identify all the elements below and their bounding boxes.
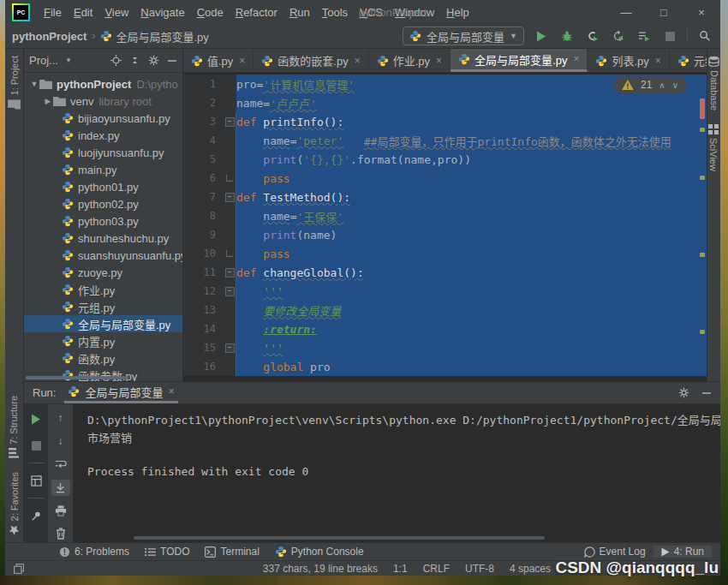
minimize-button[interactable]: — bbox=[607, 6, 645, 19]
close-icon[interactable]: × bbox=[168, 385, 174, 397]
close-icon[interactable]: × bbox=[239, 55, 245, 67]
fold-gutter[interactable] bbox=[223, 319, 236, 338]
fold-gutter[interactable] bbox=[223, 75, 236, 93]
scroll-to-end-button[interactable] bbox=[51, 480, 70, 496]
tool-window-button-database[interactable]: Database bbox=[708, 49, 719, 117]
tree-item[interactable]: ▼pythonProjectD:\pytho bbox=[24, 75, 182, 93]
code-text[interactable]: pass bbox=[236, 169, 707, 188]
code-text[interactable]: pass bbox=[236, 244, 707, 263]
line-number[interactable]: 11 bbox=[183, 263, 223, 282]
fold-gutter[interactable] bbox=[223, 301, 236, 319]
tree-item[interactable]: 全局与局部变量.py bbox=[24, 315, 182, 332]
error-stripe-mark[interactable] bbox=[700, 98, 705, 119]
code-text[interactable]: name='卢卢卢' bbox=[236, 93, 707, 112]
tree-horizontal-scrollbar[interactable] bbox=[26, 376, 128, 379]
fold-gutter[interactable]: − bbox=[223, 338, 236, 357]
next-problem-icon[interactable]: ∨ bbox=[672, 81, 678, 90]
chevron-expanded-icon[interactable]: ▼ bbox=[29, 80, 39, 88]
code-text[interactable]: :return: bbox=[236, 319, 707, 338]
run-tab[interactable]: 全局与局部变量 × bbox=[64, 382, 177, 403]
code-text[interactable]: def changeGlobal(): bbox=[236, 263, 707, 282]
fold-gutter[interactable]: − bbox=[223, 188, 236, 206]
clear-all-button[interactable] bbox=[51, 526, 70, 542]
run-with-coverage-button[interactable] bbox=[584, 27, 601, 45]
tree-item[interactable]: 内置.py bbox=[24, 332, 182, 349]
tree-item[interactable]: zuoye.py bbox=[24, 264, 182, 281]
warning-stripe-mark[interactable] bbox=[700, 330, 705, 334]
fold-collapse-icon[interactable]: − bbox=[225, 343, 235, 353]
line-number[interactable]: 10 bbox=[183, 244, 223, 263]
fold-gutter[interactable] bbox=[223, 93, 236, 112]
tool-window-button-7-structure[interactable]: 7: Structure bbox=[9, 389, 19, 465]
tool-window-button-python-console[interactable]: Python Console bbox=[267, 546, 372, 558]
tree-item[interactable]: bijiaoyunsuanfu.py bbox=[24, 110, 182, 127]
select-opened-file-button[interactable] bbox=[110, 55, 122, 66]
close-icon[interactable]: × bbox=[655, 55, 661, 67]
menu-item-view[interactable]: View bbox=[98, 6, 134, 19]
line-number[interactable]: 13 bbox=[183, 301, 223, 319]
code-text[interactable]: print('{},{}'.format(name,pro)) bbox=[236, 150, 707, 169]
tool-window-button-1-project[interactable]: 1: Project bbox=[8, 49, 21, 116]
status-item[interactable]: 1:1 bbox=[393, 563, 408, 575]
close-button[interactable]: × bbox=[683, 6, 720, 19]
code-text[interactable]: def TestMethod(): bbox=[236, 188, 707, 206]
project-settings-button[interactable] bbox=[148, 55, 159, 66]
profile-button[interactable] bbox=[610, 27, 627, 45]
maximize-button[interactable]: □ bbox=[645, 6, 683, 19]
fold-collapse-icon[interactable]: − bbox=[225, 117, 235, 127]
fold-gutter[interactable]: − bbox=[223, 282, 236, 301]
editor-tab[interactable]: 元组.p× bbox=[670, 49, 707, 72]
fold-gutter[interactable] bbox=[223, 206, 236, 225]
line-number[interactable]: 15 bbox=[183, 338, 223, 357]
warning-stripe-mark[interactable] bbox=[700, 176, 705, 180]
code-text[interactable]: print(name) bbox=[236, 225, 707, 244]
pin-tab-button[interactable] bbox=[27, 506, 45, 525]
menu-item-code[interactable]: Code bbox=[191, 6, 230, 19]
fold-gutter[interactable] bbox=[223, 150, 236, 169]
code-text[interactable]: ''' bbox=[236, 338, 707, 357]
editor-tab[interactable]: 函数的嵌套.py× bbox=[254, 49, 368, 72]
fold-collapse-icon[interactable]: − bbox=[225, 268, 235, 278]
line-number[interactable]: 14 bbox=[183, 319, 223, 338]
tool-window-button-event-log[interactable]: Event Log bbox=[576, 546, 653, 558]
rerun-button[interactable] bbox=[27, 409, 45, 428]
tree-item[interactable]: 元组.py bbox=[24, 298, 182, 315]
run-settings-button[interactable] bbox=[678, 387, 689, 398]
menu-item-refactor[interactable]: Refactor bbox=[230, 6, 283, 19]
tool-window-button-todo[interactable]: TODO bbox=[137, 546, 197, 558]
collapse-all-button[interactable] bbox=[129, 55, 140, 66]
menu-item-tools[interactable]: Tools bbox=[316, 6, 354, 19]
warning-stripe-mark[interactable] bbox=[700, 253, 705, 257]
console-horizontal-scrollbar[interactable] bbox=[134, 536, 545, 540]
editor-content[interactable]: 21 ∧ ∨ 1pro='计算机信息管理'2name='卢卢卢'3−def pr… bbox=[183, 73, 707, 381]
inspection-widget[interactable]: 21 ∧ ∨ bbox=[614, 76, 686, 93]
tool-window-button-2-favorites[interactable]: 2: Favorites bbox=[9, 465, 20, 542]
status-item[interactable]: 4 spaces bbox=[510, 563, 551, 575]
tree-item[interactable]: main.py bbox=[24, 161, 182, 178]
menu-item-navigate[interactable]: Navigate bbox=[134, 6, 190, 19]
editor-tab[interactable]: 值.py× bbox=[183, 49, 254, 72]
run-configuration-select[interactable]: 全局与局部变量 ▼ bbox=[403, 27, 524, 45]
status-item[interactable]: CRLF bbox=[423, 563, 450, 575]
tree-item[interactable]: python03.py bbox=[24, 212, 182, 230]
status-item[interactable]: UTF-8 bbox=[465, 563, 494, 575]
fold-gutter[interactable] bbox=[223, 225, 236, 244]
debug-button[interactable] bbox=[558, 27, 576, 45]
chevron-collapsed-icon[interactable]: ▶ bbox=[43, 97, 53, 105]
tree-item[interactable]: 作业.py bbox=[24, 281, 182, 298]
fold-gutter[interactable] bbox=[223, 244, 236, 263]
restore-layout-button[interactable] bbox=[27, 471, 45, 490]
close-icon[interactable]: × bbox=[436, 55, 442, 67]
code-text[interactable]: ''' bbox=[236, 282, 707, 301]
warning-stripe-mark[interactable] bbox=[700, 128, 705, 132]
fold-gutter[interactable] bbox=[223, 169, 236, 188]
down-stack-trace-button[interactable]: ↓ bbox=[51, 433, 70, 449]
fold-collapse-icon[interactable]: − bbox=[225, 193, 235, 202]
restore-windows-icon[interactable] bbox=[14, 564, 24, 574]
breadcrumb-file[interactable]: 全局与局部变量.py bbox=[100, 28, 208, 45]
editor-tab[interactable]: 全局与局部变量.py× bbox=[451, 49, 588, 72]
line-number[interactable]: 8 bbox=[183, 206, 223, 225]
line-number[interactable]: 12 bbox=[183, 282, 223, 301]
run-tasks-button[interactable] bbox=[636, 27, 653, 45]
menu-item-run[interactable]: Run bbox=[283, 6, 316, 19]
